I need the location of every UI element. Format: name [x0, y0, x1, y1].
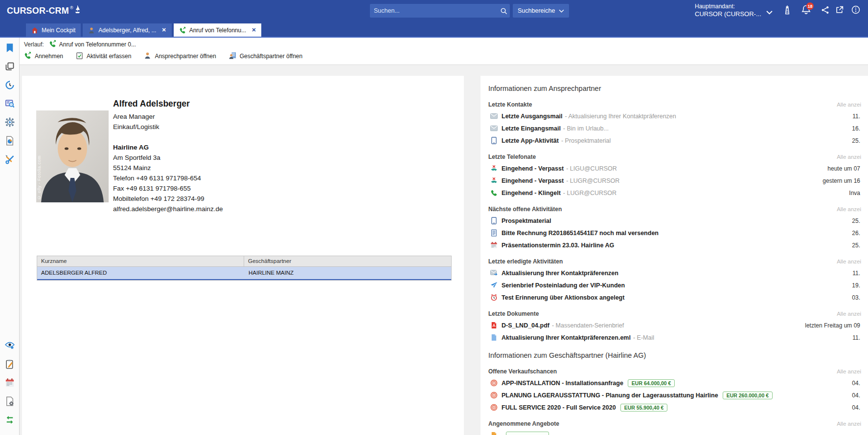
search-input[interactable] — [370, 7, 497, 14]
sidebar-tools-icon[interactable] — [3, 153, 16, 166]
section-header-letzte-kontakte: Letzte KontakteAlle anzei — [488, 99, 861, 110]
photo-watermark: © olly - Fotolia.com — [37, 155, 42, 200]
item-timestamp: 16. — [852, 125, 861, 132]
share-icon[interactable] — [821, 6, 829, 14]
show-all-link[interactable]: Alle anzei — [837, 154, 861, 160]
section-title: Angenommene Angebote — [488, 420, 559, 427]
close-icon[interactable]: ✕ — [161, 27, 166, 33]
list-item[interactable]: Letzte Eingangsmail- Bin im Urlaub...16. — [488, 122, 861, 134]
item-text: Prospektmaterial — [502, 218, 551, 224]
section-title: Offene Verkaufschancen — [488, 368, 557, 375]
section-title: Nächste offene Aktivitäten — [488, 206, 562, 213]
aktivit-t-erfassen-button[interactable]: Aktivität erfassen — [76, 52, 131, 61]
close-icon[interactable]: ✕ — [251, 27, 256, 33]
tab-adelsberger-alfred[interactable]: Adelsberger, Alfred, ...✕ — [83, 23, 171, 37]
lighthouse-icon[interactable] — [783, 5, 791, 15]
contact-fax: Fax +49 6131 971798-655 — [113, 183, 223, 194]
sidebar-history-icon[interactable] — [3, 79, 16, 91]
history-bar: Verlauf: Anruf von Telefonnummer 0... — [24, 40, 136, 49]
item-text: Eingehend - Verpasst — [502, 177, 564, 184]
list-item[interactable]: Prospektmaterial25. — [488, 215, 861, 227]
column-header-kurzname[interactable]: Kurzname — [37, 256, 244, 266]
item-timestamp: 04. — [852, 392, 861, 399]
list-item[interactable]: Letzte Ausgangsmail- Aktualisierung Ihre… — [488, 110, 861, 122]
tab-mein-cockpit[interactable]: Mein Cockpit — [26, 23, 81, 37]
show-all-link[interactable]: Alle anzei — [837, 102, 861, 108]
file-icon — [489, 334, 498, 341]
paper-plane-icon — [489, 282, 498, 289]
search-scope-button[interactable]: Suchbereiche — [513, 4, 569, 18]
item-text: FULL SERVICE 2020 - Full Service 2020 — [502, 404, 616, 411]
sidebar-calendar-icon[interactable] — [3, 376, 16, 389]
phone-app-icon — [489, 217, 498, 224]
tenant-selector[interactable]: Hauptmandant: CURSOR (CURSOR-... — [695, 2, 761, 18]
businesspartner-info-sections: Offene VerkaufschancenAlle anzeiAPP-INST… — [488, 366, 861, 435]
annehmen-button[interactable]: Annehmen — [24, 52, 63, 61]
item-text: PLANUNG LAGERAUSSTATTUNG - Planung der L… — [502, 392, 718, 399]
panel-title-contact: Informationen zum Ansprechpartner — [488, 85, 861, 94]
item-text: APP-INSTALLATION - Installationsanfrage — [502, 380, 623, 387]
sidebar-gear-play-icon[interactable] — [3, 116, 16, 129]
ansprechpartner-ffnen-button[interactable]: Ansprechpartner öffnen — [144, 52, 216, 61]
section-header-letzte-erledigte-aktivit-ten: Letzte erledigte AktivitätenAlle anzei — [488, 256, 861, 267]
list-item[interactable]: Aktualisierung Ihrer Kontaktpräferenzen.… — [488, 331, 861, 344]
tab-bar: Mein CockpitAdelsberger, Alfred, ...✕Anr… — [0, 22, 868, 38]
column-header-gesch-ftspartner[interactable]: Geschäftspartner — [244, 256, 451, 266]
home-icon — [31, 27, 38, 34]
value-badge: EUR 64.000,00 € — [628, 379, 675, 387]
list-item[interactable]: FULL SERVICE 2020 - Full Service 2020EUR… — [488, 401, 861, 413]
search-icon[interactable] — [497, 7, 510, 15]
list-item[interactable] — [488, 429, 861, 435]
sidebar-doc-gear-icon[interactable] — [3, 395, 16, 408]
item-subtitle: - Prospektmaterial — [561, 137, 611, 144]
contact-mobile: Mobiltelefon +49 172 28374-99 — [113, 194, 223, 204]
item-text: D-S_LND_04.pdf — [502, 322, 549, 329]
app-logo-registered-mark: ® — [70, 5, 73, 10]
history-entry[interactable]: Anruf von Telefonnummer 0... — [49, 40, 136, 49]
list-item[interactable]: Eingehend - Klingelt- LUGR@CURSORInva — [488, 187, 861, 199]
section-header-offene-verkaufschancen: Offene VerkaufschancenAlle anzei — [488, 366, 861, 377]
clipboard-check-icon — [76, 52, 83, 61]
item-text: Aktualisierung Ihrer Kontaktpräferenzen.… — [502, 334, 631, 341]
gesch-ftspartner-ffnen-button[interactable]: Geschäftspartner öffnen — [229, 52, 303, 61]
show-all-link[interactable]: Alle anzei — [837, 206, 861, 212]
list-item[interactable]: PLANUNG LAGERAUSSTATTUNG - Planung der L… — [488, 389, 861, 401]
list-item[interactable]: D-S_LND_04.pdf- Massendaten-Serienbriefl… — [488, 319, 861, 331]
app-logo: CURSOR-CRM® — [7, 5, 81, 17]
item-subtitle: - LUGR@CURSOR — [566, 177, 619, 184]
sidebar-note-edit-icon[interactable] — [3, 358, 16, 370]
tenant-chevron-down-icon[interactable] — [766, 8, 773, 17]
show-all-link[interactable]: Alle anzei — [837, 311, 861, 317]
show-all-link[interactable]: Alle anzei — [837, 369, 861, 374]
business-person-icon — [229, 52, 236, 61]
list-item[interactable]: APP-INSTALLATION - InstallationsanfrageE… — [488, 377, 861, 389]
show-all-link[interactable]: Alle anzei — [837, 421, 861, 427]
phone-app-icon — [489, 137, 498, 144]
info-icon[interactable] — [851, 5, 860, 14]
list-item[interactable]: Eingehend - Verpasst- LUGR@CURSORgestern… — [488, 174, 861, 187]
open-external-icon[interactable] — [835, 6, 844, 14]
action-toolbar: AnnehmenAktivität erfassenAnsprechpartne… — [24, 52, 302, 61]
show-all-link[interactable]: Alle anzei — [837, 259, 861, 264]
list-item[interactable]: Test Erinnerung über Aktionsbox angelegt… — [488, 291, 861, 304]
item-text: Bitte Rechnung R20186514541E7 noch mal v… — [502, 230, 659, 237]
list-item[interactable]: Letzte App-Aktivität- Prospektmaterial25… — [488, 134, 861, 147]
sidebar-eye-star-icon[interactable] — [3, 339, 16, 352]
table-row[interactable]: ADELSBERGER ALFREDHAIRLINE MAINZ — [37, 267, 451, 280]
list-item[interactable]: Aktualisierung Ihrer Kontaktpräferenzen1… — [488, 267, 861, 279]
global-search — [370, 4, 510, 18]
item-text: Präsentationstermin 23.03. Hairline AG — [502, 242, 614, 249]
call-icon — [24, 52, 31, 61]
list-item[interactable]: Eingehend - Verpasst- LIGU@CURSORheute u… — [488, 162, 861, 174]
sidebar-bookmark-icon[interactable] — [3, 42, 16, 54]
list-item[interactable]: Serienbrief Posteinladung der VIP-Kunden… — [488, 279, 861, 291]
sidebar-chart-doc-icon[interactable] — [3, 134, 16, 147]
list-item[interactable]: Präsentationstermin 23.03. Hairline AG25… — [488, 239, 861, 251]
list-item[interactable]: Bitte Rechnung R20186514541E7 noch mal v… — [488, 227, 861, 239]
sidebar-swap-icon[interactable] — [3, 413, 16, 426]
tab-anruf-von-telefonnu[interactable]: Anruf von Telefonnu...✕ — [174, 23, 262, 37]
notifications-bell-icon[interactable]: 18 — [801, 5, 811, 15]
sidebar-report-search-icon[interactable] — [3, 97, 16, 110]
sidebar-pages-icon[interactable] — [3, 60, 16, 73]
contact-phone: Telefon +49 6131 971798-654 — [113, 173, 223, 183]
